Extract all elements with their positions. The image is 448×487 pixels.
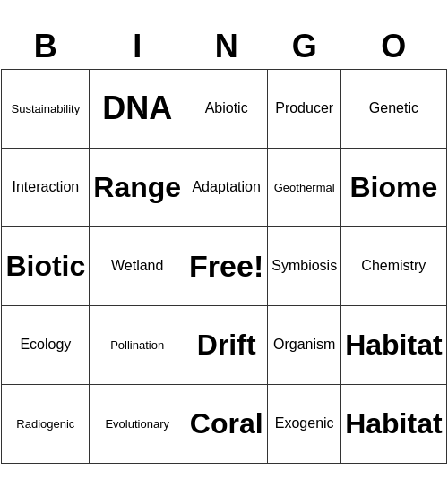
cell-1-4: Biome (341, 148, 446, 226)
cell-0-0: Sustainability (2, 69, 90, 148)
cell-2-1: Wetland (90, 226, 185, 305)
cell-3-3: Organism (268, 305, 341, 384)
table-row: BioticWetlandFree!SymbiosisChemistry (2, 226, 446, 305)
cell-text: Habitat (345, 329, 442, 361)
cell-text: Geothermal (274, 181, 335, 194)
cell-3-4: Habitat (341, 305, 446, 384)
cell-1-0: Interaction (2, 148, 90, 226)
cell-text: Abiotic (205, 100, 248, 115)
header-i: I (90, 24, 185, 70)
cell-0-4: Genetic (341, 69, 446, 148)
cell-4-1: Evolutionary (90, 384, 185, 463)
header-g: G (268, 24, 341, 70)
cell-text: Genetic (369, 100, 418, 115)
cell-text: Evolutionary (105, 417, 169, 431)
header-n: N (185, 24, 268, 70)
header-b: B (2, 24, 90, 70)
cell-text: Ecology (20, 337, 71, 352)
cell-text: Organism (273, 337, 335, 352)
cell-4-4: Habitat (341, 384, 446, 463)
table-row: InteractionRangeAdaptationGeothermalBiom… (2, 148, 446, 226)
cell-4-0: Radiogenic (2, 384, 90, 463)
table-row: RadiogenicEvolutionaryCoralExogenicHabit… (2, 384, 446, 463)
cell-3-2: Drift (185, 305, 268, 384)
cell-2-4: Chemistry (341, 226, 446, 305)
cell-2-2: Free! (185, 226, 268, 305)
bingo-card: B I N G O SustainabilityDNAAbioticProduc… (1, 24, 446, 464)
cell-text: Producer (275, 100, 333, 115)
cell-text: Exogenic (275, 415, 334, 431)
cell-text: Biotic (5, 250, 85, 282)
cell-text: Range (93, 171, 181, 203)
cell-3-1: Pollination (90, 305, 185, 384)
cell-text: Pollination (110, 338, 164, 352)
cell-4-2: Coral (185, 384, 268, 463)
table-row: SustainabilityDNAAbioticProducerGenetic (2, 69, 446, 148)
cell-text: Chemistry (361, 258, 426, 273)
cell-text: Interaction (12, 179, 79, 194)
cell-1-2: Adaptation (185, 148, 268, 226)
cell-text: Radiogenic (16, 417, 74, 431)
cell-2-0: Biotic (2, 226, 90, 305)
bingo-body: SustainabilityDNAAbioticProducerGeneticI… (2, 69, 446, 463)
cell-text: Drift (197, 329, 256, 361)
cell-0-2: Abiotic (185, 69, 268, 148)
cell-1-3: Geothermal (268, 148, 341, 226)
header-row: B I N G O (2, 24, 446, 70)
cell-text: DNA (102, 90, 172, 126)
cell-3-0: Ecology (2, 305, 90, 384)
cell-text: Coral (190, 407, 263, 440)
cell-1-1: Range (90, 148, 185, 226)
cell-2-3: Symbiosis (268, 226, 341, 305)
table-row: EcologyPollinationDriftOrganismHabitat (2, 305, 446, 384)
cell-0-1: DNA (90, 69, 185, 148)
cell-4-3: Exogenic (268, 384, 341, 463)
cell-0-3: Producer (268, 69, 341, 148)
cell-text: Wetland (111, 258, 163, 273)
cell-text: Biome (349, 171, 437, 203)
cell-text: Free! (189, 249, 263, 283)
cell-text: Adaptation (192, 179, 261, 194)
header-o: O (341, 24, 446, 70)
cell-text: Symbiosis (271, 258, 337, 273)
cell-text: Habitat (345, 407, 442, 440)
cell-text: Sustainability (12, 102, 81, 115)
